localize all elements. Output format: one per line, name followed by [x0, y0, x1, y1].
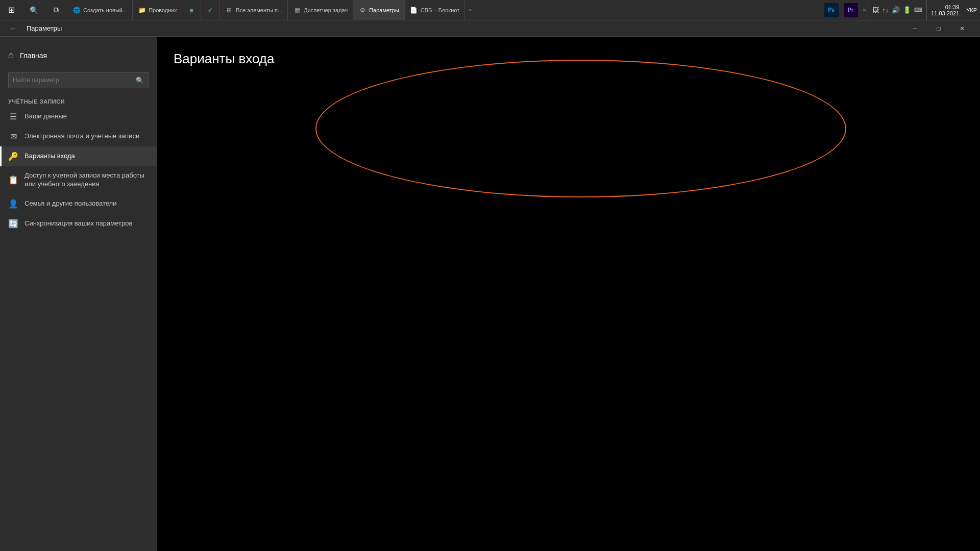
tray-network-icon: ↑↓: [882, 6, 889, 14]
tab-label-1: Проводник: [149, 7, 177, 13]
taskbar-tab-4[interactable]: ⊞ Все элементы п...: [220, 0, 288, 20]
orange-ellipse-annotation: [315, 60, 846, 197]
tray-keyboard-icon: ⌨: [914, 7, 922, 13]
tabs-overflow-button[interactable]: »: [465, 0, 475, 20]
taskbar-tab-6[interactable]: ⚙ Параметры: [353, 0, 405, 20]
system-clock[interactable]: 01:39 11.03.2021: [926, 0, 963, 20]
tray-photo-icon: 🖼: [872, 6, 879, 14]
search-icon: 🔍: [136, 77, 144, 84]
sidebar-item-your-data-label: Ваши данные: [24, 112, 67, 121]
home-icon: ⌂: [8, 50, 14, 61]
sidebar-item-work-access[interactable]: 📋 Доступ к учетной записи места работы и…: [0, 166, 157, 194]
tabs-overflow-icon: »: [469, 7, 472, 13]
tab-icon-4: ⊞: [225, 6, 233, 14]
tab-icon-7: 📄: [410, 6, 418, 14]
sidebar: ⌂ Главная 🔍 Учётные записи ☰ Ваши данные…: [0, 37, 157, 551]
window-title: Параметры: [27, 24, 62, 32]
tray-apps: Ps Pr »: [822, 0, 868, 20]
window-controls: ─ □ ✕: [903, 20, 974, 37]
task-view-button[interactable]: ⧉: [45, 0, 67, 20]
sidebar-item-email[interactable]: ✉ Электронная почта и учетные записи: [0, 127, 157, 146]
minimize-button[interactable]: ─: [903, 20, 927, 37]
premiere-tray-button[interactable]: Pr: [842, 0, 860, 20]
sidebar-item-email-label: Электронная почта и учетные записи: [24, 132, 139, 141]
maximize-icon: □: [937, 25, 940, 32]
sidebar-home-item[interactable]: ⌂ Главная: [0, 45, 157, 66]
sidebar-item-work-access-label: Доступ к учетной записи места работы или…: [24, 171, 149, 189]
taskbar: ⊞ 🔍 ⧉ 🌐 Создать новый... 📁 Проводник ● ✔…: [0, 0, 980, 20]
tab-label-4: Все элементы п...: [236, 7, 282, 13]
taskbar-search-button[interactable]: 🔍: [22, 0, 45, 20]
content-area: ⌂ Главная 🔍 Учётные записи ☰ Ваши данные…: [0, 37, 980, 551]
sign-in-icon: 🔑: [8, 152, 18, 161]
email-icon: ✉: [8, 132, 18, 141]
title-bar-nav: ←: [6, 21, 20, 36]
start-button[interactable]: ⊞: [0, 0, 22, 20]
close-button[interactable]: ✕: [950, 20, 974, 37]
tab-label-6: Параметры: [369, 7, 399, 13]
language-label: УКР: [966, 7, 977, 13]
tab-icon-3: ✔: [206, 6, 214, 14]
tab-label-7: CBS – Блокнот: [421, 7, 459, 13]
page-title: Варианты входа: [174, 51, 964, 67]
sidebar-section-title: Учётные записи: [0, 94, 157, 107]
tray-overflow-button[interactable]: »: [861, 7, 868, 13]
sidebar-item-sign-in-label: Варианты входа: [24, 152, 75, 161]
start-icon: ⊞: [8, 5, 15, 15]
sidebar-item-family[interactable]: 👤 Семья и другие пользователи: [0, 194, 157, 214]
maximize-button[interactable]: □: [927, 20, 950, 37]
taskbar-tab-1[interactable]: 📁 Проводник: [133, 0, 182, 20]
minimize-icon: ─: [913, 25, 918, 32]
language-indicator[interactable]: УКР: [963, 0, 980, 20]
ps-icon: Ps: [824, 3, 839, 17]
taskbar-tab-3[interactable]: ✔: [201, 0, 220, 20]
tab-label-0: Создать новый...: [83, 7, 127, 13]
sidebar-item-sync-label: Синхронизация ваших параметров: [24, 219, 132, 228]
clock-time: 01:39: [945, 4, 960, 10]
task-view-icon: ⧉: [54, 6, 59, 14]
system-tray: 🖼 ↑↓ 🔊 🔋 ⌨: [868, 0, 926, 20]
clock-date: 11.03.2021: [931, 10, 959, 16]
taskbar-tab-0[interactable]: 🌐 Создать новый...: [67, 0, 133, 20]
sidebar-item-sync[interactable]: 🔄 Синхронизация ваших параметров: [0, 214, 157, 234]
tab-icon-6: ⚙: [358, 6, 366, 14]
close-icon: ✕: [960, 25, 965, 32]
taskbar-tab-5[interactable]: ▦ Диспетчер задач: [288, 0, 353, 20]
settings-window: ← Параметры ─ □ ✕ ⌂ Главная �: [0, 20, 980, 551]
back-button[interactable]: ←: [6, 21, 20, 36]
taskbar-tabs: 🌐 Создать новый... 📁 Проводник ● ✔ ⊞ Все…: [67, 0, 822, 20]
search-box[interactable]: 🔍: [8, 72, 149, 88]
tray-battery-icon: 🔋: [903, 6, 911, 14]
main-content: Варианты входа: [157, 37, 980, 551]
search-input[interactable]: [13, 77, 133, 84]
sidebar-item-sign-in[interactable]: 🔑 Варианты входа: [0, 146, 157, 166]
family-icon: 👤: [8, 199, 18, 209]
tab-icon-0: 🌐: [72, 6, 81, 14]
sync-icon: 🔄: [8, 219, 18, 229]
photoshop-tray-button[interactable]: Ps: [822, 0, 841, 20]
work-access-icon: 📋: [8, 175, 18, 185]
tab-icon-1: 📁: [138, 6, 146, 14]
tab-icon-2: ●: [187, 6, 195, 14]
taskbar-tab-7[interactable]: 📄 CBS – Блокнот: [405, 0, 465, 20]
pr-icon: Pr: [844, 3, 858, 17]
your-data-icon: ☰: [8, 112, 18, 121]
sidebar-item-family-label: Семья и другие пользователи: [24, 199, 116, 208]
tab-icon-5: ▦: [293, 6, 301, 14]
taskbar-tab-2[interactable]: ●: [182, 0, 201, 20]
taskbar-search-icon: 🔍: [30, 6, 38, 14]
tray-volume-icon: 🔊: [892, 6, 900, 14]
sidebar-item-your-data[interactable]: ☰ Ваши данные: [0, 107, 157, 127]
back-icon: ←: [10, 24, 17, 33]
title-bar: ← Параметры ─ □ ✕: [0, 20, 980, 37]
sidebar-home-label: Главная: [20, 52, 47, 60]
tab-label-5: Диспетчер задач: [304, 7, 348, 13]
